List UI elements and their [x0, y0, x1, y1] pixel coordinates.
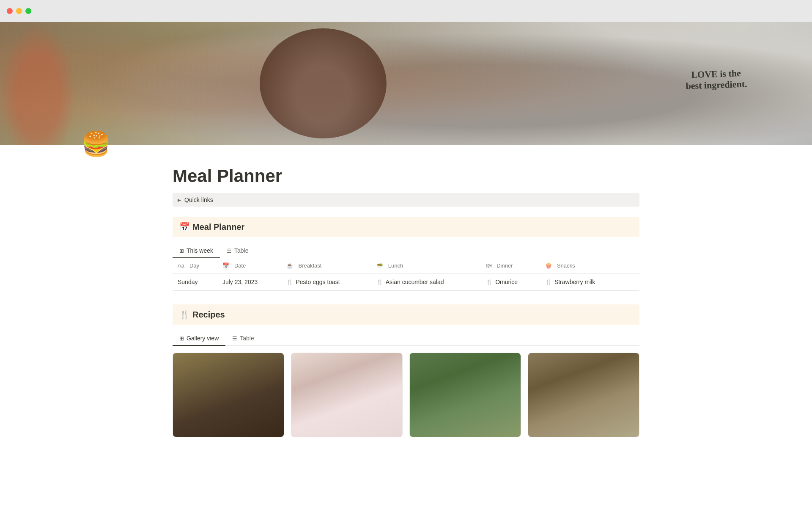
- cell-snacks: 🍴 Strawberry milk: [540, 273, 625, 291]
- page-icon: 🍔: [81, 132, 812, 156]
- breakfast-meal-icon: 🍴: [286, 279, 293, 285]
- tab-this-week[interactable]: ⊞ This week: [173, 244, 220, 258]
- tab-gallery-view[interactable]: ⊞ Gallery view: [173, 331, 225, 346]
- dinner-col-icon: 🍽: [486, 262, 491, 269]
- this-week-tab-icon: ⊞: [179, 248, 184, 254]
- cell-breakfast: 🍴 Pesto eggs toast: [281, 273, 371, 291]
- cell-extra: [625, 273, 639, 291]
- table-tab-label: Table: [234, 247, 248, 254]
- col-header-breakfast: ☕ Breakfast: [281, 258, 371, 273]
- col-header-lunch: 🥗 Lunch: [371, 258, 481, 273]
- cell-date: July 23, 2023: [217, 273, 282, 291]
- maximize-button[interactable]: [25, 8, 31, 14]
- col-header-day: Aa Day: [173, 258, 217, 273]
- gallery-grid: [173, 353, 639, 437]
- lunch-col-icon: 🥗: [376, 262, 383, 269]
- snacks-meal-icon: 🍴: [545, 279, 552, 285]
- recipes-table-tab-icon: ☰: [232, 335, 237, 342]
- window-chrome: [0, 0, 812, 22]
- lunch-meal-icon: 🍴: [376, 279, 383, 285]
- gallery-item-1[interactable]: [173, 353, 284, 437]
- col-header-date: 📅 Date: [217, 258, 282, 273]
- table-header-row: Aa Day 📅 Date ☕ Breakfast: [173, 258, 639, 273]
- col-header-dinner: 🍽 Dinner: [481, 258, 540, 273]
- col-header-snacks: 🍿 Snacks: [540, 258, 625, 273]
- tab-table[interactable]: ☰ Table: [220, 244, 255, 258]
- recipes-icon: 🍴: [179, 309, 190, 320]
- recipes-tabs: ⊞ Gallery view ☰ Table: [173, 331, 639, 346]
- dinner-meal-icon: 🍴: [486, 279, 493, 285]
- recipes-table-tab-label: Table: [240, 335, 254, 342]
- page-title: Meal Planner: [173, 166, 639, 186]
- day-col-icon: Aa: [178, 262, 184, 269]
- table-row[interactable]: Sunday July 23, 2023 🍴 Pesto eggs toast …: [173, 273, 639, 291]
- quick-links-toggle[interactable]: ▶ Quick links: [173, 193, 639, 207]
- minimize-button[interactable]: [16, 8, 22, 14]
- snacks-col-icon: 🍿: [545, 262, 552, 269]
- cell-day: Sunday: [173, 273, 217, 291]
- gallery-item-2[interactable]: [291, 353, 403, 437]
- this-week-tab-label: This week: [187, 247, 213, 254]
- recipes-section-header: 🍴 Recipes: [173, 304, 639, 325]
- date-col-icon: 📅: [222, 262, 229, 269]
- tab-recipes-table[interactable]: ☰ Table: [225, 331, 261, 346]
- breakfast-col-icon: ☕: [286, 262, 293, 269]
- hero-banner: LOVE is the best ingredient.: [0, 22, 812, 145]
- page-content: Meal Planner ▶ Quick links 📅 Meal Planne…: [132, 166, 680, 463]
- apple-decoration: [0, 22, 76, 145]
- meal-planner-icon: 📅: [179, 222, 190, 232]
- close-button[interactable]: [7, 8, 13, 14]
- meal-planner-section-header: 📅 Meal Planner: [173, 217, 639, 237]
- quick-links-label: Quick links: [184, 196, 213, 203]
- recipes-title: Recipes: [192, 310, 225, 320]
- toggle-arrow-icon: ▶: [178, 198, 181, 202]
- cell-dinner: 🍴 Omurice: [481, 273, 540, 291]
- meal-planner-title: Meal Planner: [192, 222, 244, 232]
- hero-quote: LOVE is the best ingredient.: [685, 68, 747, 92]
- gallery-item-4[interactable]: [528, 353, 639, 437]
- meal-planner-tabs: ⊞ This week ☰ Table: [173, 244, 639, 258]
- meal-table: Aa Day 📅 Date ☕ Breakfast: [173, 258, 639, 291]
- cell-lunch: 🍴 Asian cucumber salad: [371, 273, 481, 291]
- gallery-tab-label: Gallery view: [187, 335, 219, 342]
- bowl-decoration: [260, 28, 387, 138]
- gallery-tab-icon: ⊞: [179, 335, 184, 342]
- gallery-item-3[interactable]: [409, 353, 521, 437]
- table-tab-icon: ☰: [227, 248, 232, 254]
- col-header-extra: [625, 258, 639, 273]
